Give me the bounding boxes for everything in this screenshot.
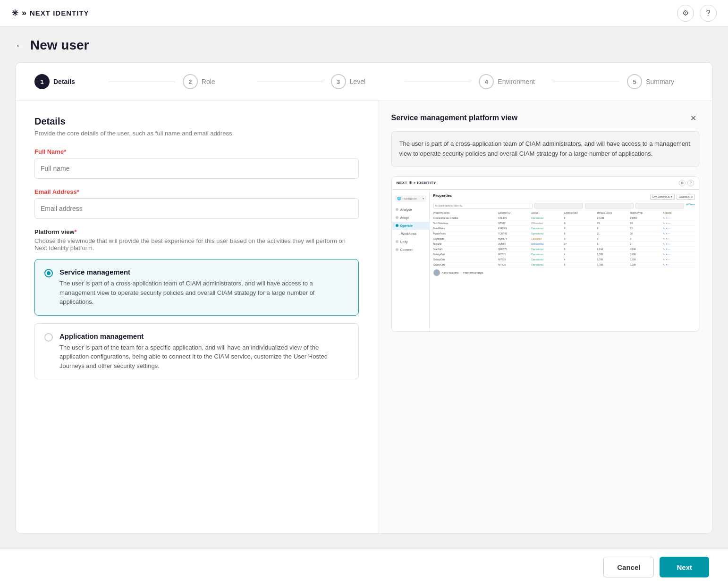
platform-view-description: Choose the viewmode that will provide th… [34,237,359,251]
table-row: StarPath QAF376 Operational 8 6,044 4,04… [433,247,695,252]
table-row: GalaxyGrid NIT826 Operational 4 3,788 3,… [433,252,695,257]
step-environment: 4 Environment [479,74,545,89]
back-button[interactable]: ← [15,40,25,51]
topnav: ✳ » NEXT IDENTITY ⚙ ? [0,0,728,26]
preview-help-icon: ? [687,180,694,186]
preview-avatar-name: Alice Watkins — Platform analyst [442,271,483,274]
preview-td-name: ConnectXpress Chatbot [433,217,498,219]
email-label: Email Address* [34,188,359,195]
platform-preview: NEXT ✳ » IDENTITY ⚙ ? 🌐 [391,176,699,332]
section-title: Details [34,116,359,127]
radio-dot-application [44,333,53,342]
full-name-input[interactable] [34,158,359,179]
preview-nav-operate: Operate [392,222,429,230]
preview-nav-dot [396,208,398,211]
preview-nav-workflows: - Workflows [392,230,429,238]
preview-topbar: NEXT ✳ » IDENTITY ⚙ ? [392,177,699,190]
preview-settings-icon: ⚙ [679,180,686,186]
step-label-5: Summary [646,78,674,85]
preview-avatar [433,269,440,276]
step-line-3 [405,82,471,82]
preview-td-unique: 14,231 [597,217,629,219]
email-input[interactable] [34,198,359,219]
table-row: GalaxyGrid NIT826 Operational 6 3,788 3,… [433,262,695,267]
table-row: SkyWatch HV8474 Cancelled 0 0 0 ✎ ✕ ⋯ [433,236,695,242]
preview-td-id: CAL345 [498,217,530,219]
step-line-2 [257,82,323,82]
left-panel: Details Provide the core details of the … [16,101,378,533]
step-line-4 [553,82,619,82]
preview-th-status: Status [531,211,563,214]
cancel-button[interactable]: Cancel [603,557,654,577]
preview-table-header: Property name External ID Status Client … [433,211,695,214]
preview-filters: By client name or client ID ⊞ Filters [433,203,695,209]
step-label-2: Role [202,78,215,85]
page-wrapper: ← New user 1 Details 2 Role 3 Level 4 En… [0,26,728,549]
radio-application-management[interactable]: Application management The user is part … [34,323,359,380]
table-row: NovaNil 2QDFR Onboarding 27 2 2 ✎ ✕ ⋯ [433,242,695,247]
stepper: 1 Details 2 Role 3 Level 4 Environment 5… [16,63,712,101]
preview-th-per-prop: Users/Prop [630,211,662,214]
page-header: ← New user [15,26,713,62]
preview-nav-dot-active [396,224,398,227]
preview-nav-dot [396,248,398,251]
right-panel: Service management platform view ✕ The u… [378,101,712,533]
radio-dot-service [44,269,53,277]
preview-filter-type [635,203,684,209]
topnav-actions: ⚙ ? [677,5,717,22]
step-line-1 [109,82,175,82]
page-title: New user [30,38,89,53]
preview-nav-adopt: Adopt [392,214,429,222]
radio-title-application: Application management [59,332,349,340]
preview-td-status: Operational [531,217,563,219]
radio-service-management[interactable]: Service management The user is part of a… [34,259,359,316]
preview-nav-analyse: Analyse [392,206,429,214]
close-info-panel-button[interactable]: ✕ [688,112,699,124]
preview-nav-connect: Connect [392,246,429,254]
info-panel-description: The user is part of a cross-application … [391,131,699,167]
step-circle-5: 5 [627,74,642,89]
preview-body: 🌐 Hyperglobe ▾ Analyse [392,190,699,331]
step-circle-3: 3 [331,74,346,89]
step-level: 3 Level [331,74,398,89]
step-label-3: Level [350,78,365,85]
section-description: Provide the core details of the user, su… [34,130,359,137]
radio-title-service: Service management [59,268,349,276]
content-area: Details Provide the core details of the … [16,101,712,533]
preview-logo: NEXT ✳ » IDENTITY [397,181,436,185]
table-row: DataWorks FXR563 Operational 9 9 12 ✎ ✕ … [433,226,695,231]
preview-panel-title: Properties [433,193,452,198]
preview-filter-status [585,203,634,209]
step-label-4: Environment [498,78,535,85]
table-row: PowerTrack TCDT42 Operational 6 31 36 ✎ … [433,231,695,236]
preview-td-actions: ✎ ✕ ⋯ [663,217,695,219]
preview-th-name: Property name [433,211,498,214]
table-row: TechSolutions NT307 Offboarded 0 63 84 ✎… [433,221,695,226]
table-row: ConnectXpress Chatbot CAL345 Operational… [433,216,695,221]
preview-sidebar: 🌐 Hyperglobe ▾ Analyse [392,190,430,331]
preview-td-per: 14,054 [630,217,662,219]
preview-th-unique: Unique users [597,211,629,214]
preview-filter-btn: ⊞ Filters [686,203,695,209]
settings-button[interactable]: ⚙ [677,5,694,22]
info-panel-title: Service management platform view [391,114,518,122]
full-name-label: Full Name* [34,148,359,155]
app-title: NEXT IDENTITY [30,9,89,17]
preview-th-actions: Actions [663,211,695,214]
app-logo: ✳ » NEXT IDENTITY [11,8,89,18]
preview-td-clients: 6 [564,217,596,219]
preview-th-extid: External ID [498,211,530,214]
step-circle-2: 2 [183,74,198,89]
preview-nav-dot [396,216,398,219]
preview-th-clients: Client count [564,211,596,214]
step-summary: 5 Summary [627,74,694,89]
preview-env-filter: Env: Zero/PROD ▾ [650,194,675,200]
preview-search-hint: By client name or client ID [435,204,463,207]
step-circle-1: 1 [34,74,50,89]
logo-icon: ✳ [11,8,19,18]
next-button[interactable]: Next [660,557,709,577]
step-details: 1 Details [34,74,101,89]
info-panel-header: Service management platform view ✕ [391,112,699,124]
help-button[interactable]: ? [700,5,717,22]
table-row: GalaxyGrid NIT826 Operational 4 3,788 3,… [433,257,695,262]
